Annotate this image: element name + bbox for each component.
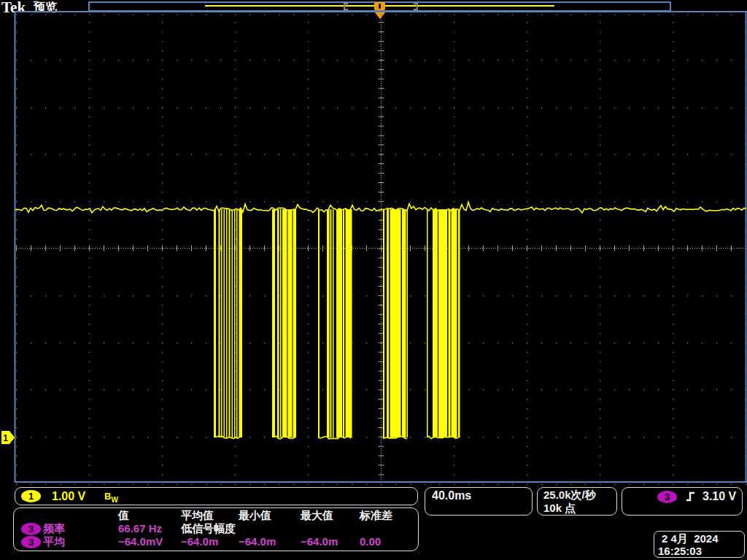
channel1-readout-box[interactable]: 1 1.00 V BW: [15, 487, 418, 505]
meas-row2-channel-badge: 3: [21, 536, 41, 548]
bandwidth-limit-icon: BW: [104, 490, 118, 506]
channel1-ground-marker[interactable]: 1: [1, 431, 15, 444]
graticule-and-waveform: 1: [0, 0, 747, 560]
center-crosshair: [16, 13, 746, 480]
meas-row2-name: 平均: [43, 535, 65, 548]
rising-edge-icon: [685, 491, 697, 503]
record-length: 10k 点: [543, 502, 576, 514]
meas-row2-value: −64.0mV: [118, 535, 163, 548]
meas-row1-warning: 低信号幅度: [181, 522, 236, 534]
meas-row2-std: 0.00: [360, 535, 381, 548]
meas-row1-channel-badge: 3: [21, 523, 41, 535]
date-label: 2 4月 2024: [662, 532, 719, 545]
datetime-box: 2 4月 2024 16:25:03: [654, 531, 745, 558]
meas-row2-min: −64.0m: [239, 535, 276, 548]
channel1-scale: 1.00 V: [52, 490, 85, 502]
acquisition-info-box[interactable]: 25.0k次/秒 10k 点: [537, 487, 617, 516]
oscilloscope-screen: Tek 预览 1 1 1.00 V BW 值 平均值 最小值 最大值 标准差 3…: [0, 0, 747, 560]
meas-row1-name: 频率: [43, 522, 65, 534]
meas-header-max: 最大值: [301, 509, 333, 521]
meas-row1-value: 66.67 Hz: [118, 522, 162, 534]
meas-row2-max: −64.0m: [301, 535, 338, 548]
meas-header-value: 值: [118, 509, 129, 521]
horizontal-scale: 40.0ms: [432, 489, 471, 502]
meas-row2-mean: −64.0m: [181, 535, 218, 548]
trigger-level: 3.10 V: [703, 490, 736, 502]
meas-header-std: 标准差: [360, 509, 392, 521]
meas-header-min: 最小值: [239, 509, 271, 521]
meas-header-mean: 平均值: [181, 509, 214, 521]
sample-rate: 25.0k次/秒: [543, 489, 596, 501]
time-label: 16:25:03: [658, 545, 702, 557]
waveform-pulse-bursts: [214, 209, 460, 438]
measurement-panel: 值 平均值 最小值 最大值 标准差 3 频率 66.67 Hz 低信号幅度 3 …: [13, 508, 419, 551]
svg-text:1: 1: [3, 433, 8, 443]
trigger-readout-box[interactable]: 3 3.10 V: [622, 487, 743, 516]
horizontal-scale-box[interactable]: 40.0ms: [425, 487, 533, 516]
channel1-badge[interactable]: 1: [21, 490, 41, 502]
trigger-source-badge: 3: [657, 491, 677, 503]
